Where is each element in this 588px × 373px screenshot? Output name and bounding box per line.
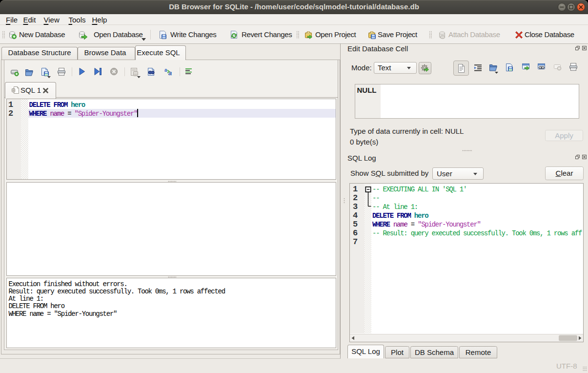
svg-text:a: a <box>164 67 167 73</box>
svg-text:a: a <box>168 69 172 77</box>
